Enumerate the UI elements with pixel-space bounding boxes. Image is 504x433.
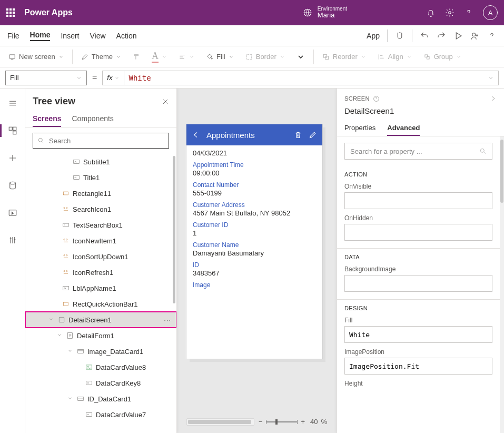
redo-icon[interactable]	[437, 31, 446, 41]
notifications-icon[interactable]	[426, 8, 436, 17]
tree-item[interactable]: DetailForm1	[25, 328, 176, 343]
help-icon[interactable]	[464, 8, 473, 17]
zoom-slider[interactable]: − + 40 %	[259, 418, 327, 426]
menu-home[interactable]: Home	[30, 31, 51, 41]
rail-data-icon[interactable]	[4, 177, 21, 194]
property-search-box[interactable]: Search for a property ...	[344, 143, 492, 160]
menu-action[interactable]: Action	[116, 32, 137, 40]
more-options-icon[interactable]: ···	[164, 316, 171, 324]
settings-icon[interactable]	[445, 8, 454, 17]
device-preview[interactable]: Appointments 04/03/2021 Appointment Time…	[186, 124, 322, 359]
prop-input-fill[interactable]	[344, 326, 492, 343]
environment-icon	[303, 8, 312, 17]
edit-icon[interactable]	[309, 131, 317, 139]
rail-hamburger-icon[interactable]	[4, 95, 21, 112]
rail-insert-icon[interactable]	[4, 150, 21, 166]
chevron-down-icon[interactable]	[67, 396, 74, 402]
svg-point-23	[66, 239, 67, 240]
expand-panel-icon[interactable]	[489, 95, 497, 102]
tree-item[interactable]: ID_DataCard1	[25, 391, 176, 407]
fill-button[interactable]: Fill	[203, 51, 237, 63]
tree-view-title: Tree view	[33, 96, 75, 107]
section-design-title: DESIGN	[344, 305, 492, 311]
expand-formula-icon[interactable]	[483, 75, 498, 81]
prop-input-backgroundimage[interactable]	[344, 275, 492, 292]
textbox-icon	[62, 221, 70, 229]
tree-item[interactable]: IconNewItem1	[25, 233, 176, 249]
chevron-down-icon[interactable]	[48, 317, 55, 323]
svg-rect-29	[63, 302, 68, 306]
tab-advanced[interactable]: Advanced	[387, 121, 420, 136]
rail-media-icon[interactable]	[4, 204, 21, 221]
prop-input-onhidden[interactable]	[344, 224, 492, 241]
tree-item[interactable]: DataCardKey8	[25, 375, 176, 391]
help-icon[interactable]	[487, 31, 497, 41]
fx-button[interactable]: fx	[103, 71, 124, 85]
canvas-area[interactable]: Appointments 04/03/2021 Appointment Time…	[177, 88, 337, 433]
back-icon[interactable]	[192, 131, 200, 139]
search-icon	[37, 137, 45, 144]
tree-item[interactable]: LblAppName1	[25, 280, 176, 296]
user-avatar[interactable]: A	[483, 5, 498, 20]
theme-button[interactable]: Theme	[78, 51, 124, 63]
zoom-in-icon[interactable]: +	[301, 418, 305, 426]
horizontal-scrollbar[interactable]	[186, 418, 254, 426]
tree-item[interactable]: DataCardValue7	[25, 407, 176, 422]
zoom-out-icon[interactable]: −	[259, 418, 263, 426]
svg-point-25	[66, 255, 67, 256]
chevron-down-icon[interactable]	[57, 332, 63, 339]
tree-item[interactable]: Title1	[25, 170, 176, 185]
environment-picker[interactable]: Environment Maria	[303, 6, 347, 19]
prop-input-imageposition[interactable]	[344, 358, 492, 375]
search-placeholder: Search for a property ...	[350, 147, 479, 155]
zoom-bar: − + 40 %	[186, 418, 327, 426]
section-action-title: ACTION	[344, 171, 492, 178]
rail-tree-view-icon[interactable]	[4, 122, 21, 139]
tree-item[interactable]: RectQuickActionBar1	[25, 296, 176, 312]
rail-advanced-tools-icon[interactable]	[4, 232, 21, 249]
svg-point-19	[64, 208, 65, 209]
detail-form-body: 04/03/2021 Appointment Time 09:00:00 Con…	[186, 145, 322, 359]
share-icon[interactable]	[470, 31, 480, 41]
prop-input-onvisible[interactable]	[344, 192, 492, 209]
property-dropdown[interactable]: Fill	[5, 71, 87, 85]
tree-item[interactable]: Subtitle1	[25, 154, 176, 170]
tree-item[interactable]: Rectangle11	[25, 185, 176, 201]
top-app-bar: Power Apps Environment Maria A	[0, 0, 504, 25]
screen-icon	[58, 316, 65, 323]
toolbar-overflow-icon[interactable]	[293, 51, 308, 63]
scrollbar[interactable]	[173, 156, 175, 303]
scrollbar[interactable]	[500, 136, 504, 433]
tab-screens[interactable]: Screens	[33, 111, 61, 127]
svg-rect-32	[78, 350, 84, 353]
undo-icon[interactable]	[420, 31, 429, 41]
panel-type-label: SCREEN	[344, 95, 370, 102]
tree-search-box[interactable]	[33, 133, 169, 149]
tab-properties[interactable]: Properties	[344, 121, 375, 136]
tree-item[interactable]: SearchIcon1	[25, 201, 176, 217]
tree-item-detailscreen1[interactable]: DetailScreen1 ···	[25, 312, 176, 328]
tree-item[interactable]: IconSortUpDown1	[25, 249, 176, 264]
tree-search-input[interactable]	[49, 137, 164, 145]
field-label: Customer Address	[193, 201, 316, 209]
play-icon[interactable]	[453, 31, 463, 41]
waffle-icon[interactable]	[6, 8, 17, 17]
menu-insert[interactable]: Insert	[61, 32, 79, 40]
tree-item[interactable]: TextSearchBox1	[25, 217, 176, 233]
close-panel-icon[interactable]	[162, 98, 169, 105]
app-checker-icon[interactable]	[395, 31, 404, 41]
menu-view[interactable]: View	[90, 32, 105, 40]
field-label: Customer ID	[193, 221, 316, 229]
formula-input[interactable]	[124, 74, 483, 82]
tab-components[interactable]: Components	[72, 111, 113, 127]
menu-app[interactable]: App	[367, 32, 380, 40]
tree-item[interactable]: IconRefresh1	[25, 264, 176, 280]
menu-file[interactable]: File	[7, 32, 19, 40]
tree-view-panel: Tree view Screens Components Subtitle1 T…	[25, 88, 177, 433]
new-screen-button[interactable]: New screen	[5, 51, 67, 63]
chevron-down-icon[interactable]	[67, 348, 74, 355]
help-icon[interactable]	[373, 95, 380, 102]
tree-item[interactable]: DataCardValue8	[25, 359, 176, 375]
delete-icon[interactable]	[294, 131, 302, 139]
tree-item[interactable]: Image_DataCard1	[25, 343, 176, 359]
